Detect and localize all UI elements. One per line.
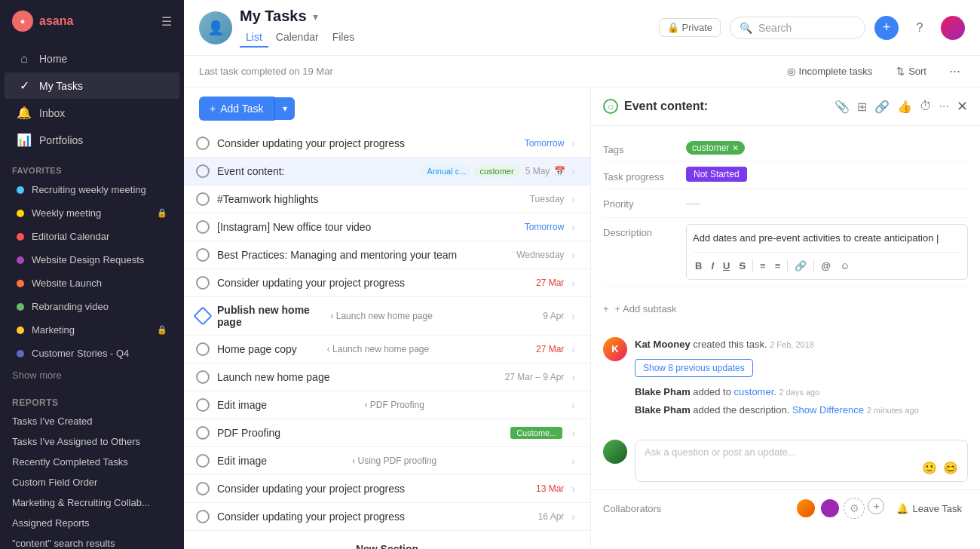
copy-icon[interactable]: ⊞ <box>857 100 867 114</box>
task-check-icon[interactable] <box>196 370 210 384</box>
close-button[interactable]: ✕ <box>957 98 968 115</box>
task-check-icon[interactable] <box>196 136 210 150</box>
show-difference-link[interactable]: Show Difference <box>792 404 864 416</box>
tab-calendar[interactable]: Calendar <box>270 28 325 48</box>
task-check-icon[interactable] <box>196 426 210 440</box>
top-bar: 👤 My Tasks ▾ List Calendar Files 🔒 Priva… <box>184 0 980 56</box>
task-date: 9 Apr <box>543 311 564 321</box>
private-badge[interactable]: 🔒 Private <box>659 18 721 37</box>
add-task-button[interactable]: + Add Task <box>199 97 274 121</box>
task-row[interactable]: Publish new home page ‹ Launch new home … <box>184 297 590 336</box>
tab-files[interactable]: Files <box>326 28 361 48</box>
task-row[interactable]: Consider updating your project progress … <box>184 475 590 503</box>
task-check-icon[interactable] <box>196 398 210 412</box>
tag-remove-icon[interactable]: ✕ <box>732 143 739 153</box>
activity-link[interactable]: customer <box>734 386 774 397</box>
emoji-icon[interactable]: 🙂 <box>922 461 937 475</box>
report-tasks-created[interactable]: Tasks I've Created <box>0 411 184 431</box>
nav-inbox[interactable]: 🔔 Inbox <box>5 100 179 126</box>
sidebar-item-rebranding[interactable]: Rebranding video <box>5 296 179 317</box>
task-check-icon[interactable] <box>196 192 210 206</box>
title-caret-icon[interactable]: ▾ <box>313 11 318 23</box>
like-icon[interactable]: 👍 <box>897 100 912 114</box>
detail-check-icon[interactable]: ○ <box>603 99 618 114</box>
add-subtask-row[interactable]: + + Add subtask <box>591 296 980 322</box>
task-row[interactable]: #Teamwork highlights Tuesday › <box>184 186 590 213</box>
nav-portfolios[interactable]: 📊 Portfolios <box>5 127 179 153</box>
sidebar-item-marketing[interactable]: Marketing 🔒 <box>5 319 179 341</box>
task-check-icon[interactable] <box>196 454 210 468</box>
task-row[interactable]: Edit image ‹ Using PDF proofing › <box>184 447 590 475</box>
emoji-tool[interactable]: ☺ <box>838 259 852 273</box>
add-collaborator-button[interactable]: + <box>868 498 884 514</box>
task-check-icon[interactable] <box>196 482 210 495</box>
task-row[interactable]: Edit image ‹ PDF Proofing › <box>184 391 590 419</box>
task-check-icon[interactable] <box>196 342 210 356</box>
sidebar-item-editorial[interactable]: Editorial Calendar <box>5 225 179 247</box>
task-row[interactable]: Consider updating your project progress … <box>184 130 590 158</box>
progress-badge[interactable]: Not Started <box>686 167 747 182</box>
more-options-button[interactable]: ··· <box>945 62 965 81</box>
show-more-favorites[interactable]: Show more <box>0 365 184 385</box>
task-check-icon[interactable] <box>196 276 210 290</box>
sidebar-item-recruiting[interactable]: Recruiting weekly meeting <box>5 179 179 201</box>
report-recently-completed[interactable]: Recently Completed Tasks <box>0 452 184 472</box>
task-row[interactable]: Launch new home page 27 Mar – 9 Apr › <box>184 363 590 391</box>
task-row[interactable]: Event content: Annual c... customer 5 Ma… <box>184 158 590 186</box>
italic-tool[interactable]: I <box>709 259 716 273</box>
search-box[interactable]: 🔍 Search <box>730 17 865 39</box>
incomplete-tasks-filter[interactable]: ◎ Incomplete tasks <box>781 63 879 80</box>
title-group: My Tasks ▾ List Calendar Files <box>240 8 360 48</box>
hamburger-menu[interactable]: ☰ <box>161 14 172 29</box>
report-content-search[interactable]: "content" search results <box>0 533 184 549</box>
bullet-list-tool[interactable]: ≡ <box>758 259 768 273</box>
task-row[interactable]: [Instagram] New office tour video Tomorr… <box>184 213 590 241</box>
task-row[interactable]: PDF Proofing Custome... › <box>184 419 590 447</box>
mention-tool[interactable]: @ <box>819 259 833 273</box>
task-check-icon[interactable] <box>196 510 210 523</box>
show-updates-button[interactable]: Show 8 previous updates <box>635 359 753 377</box>
task-row[interactable]: Home page copy ‹ Launch new home page 27… <box>184 336 590 363</box>
app-logo[interactable]: ● asana <box>12 11 73 32</box>
task-check-diamond-icon[interactable] <box>193 306 212 325</box>
timer-icon[interactable]: ⏱ <box>920 100 932 113</box>
sidebar-item-website-launch[interactable]: Website Launch <box>5 272 179 294</box>
task-row[interactable]: Consider updating your project progress … <box>184 269 590 297</box>
report-custom-field[interactable]: Custom Field Order <box>0 472 184 492</box>
link-icon[interactable]: 🔗 <box>874 100 890 114</box>
task-check-icon[interactable] <box>196 248 210 262</box>
comment-input[interactable]: Ask a question or post an update... 🙂 😊 <box>635 440 968 482</box>
report-marketing-recruiting[interactable]: Marketing & Recruiting Collab... <box>0 492 184 513</box>
smiley-icon[interactable]: 😊 <box>943 461 958 475</box>
task-check-icon[interactable] <box>196 220 210 234</box>
description-box[interactable]: Add dates and pre-event activities to cr… <box>686 224 968 280</box>
search-placeholder: Search <box>758 22 792 34</box>
leave-task-button[interactable]: 🔔 Leave Task <box>890 500 968 517</box>
more-icon[interactable]: ··· <box>939 100 949 113</box>
report-assigned-others[interactable]: Tasks I've Assigned to Others <box>0 431 184 452</box>
nav-home[interactable]: ⌂ Home <box>5 46 179 72</box>
sidebar-item-customer-stories[interactable]: Customer Stories - Q4 <box>5 342 179 364</box>
attachment-icon[interactable]: 📎 <box>835 100 850 114</box>
link-tool[interactable]: 🔗 <box>792 259 809 273</box>
task-row[interactable]: Best Practices: Managing and mentoring y… <box>184 241 590 269</box>
nav-my-tasks[interactable]: ✓ My Tasks <box>5 72 179 99</box>
task-row[interactable]: Consider updating your project progress … <box>184 503 590 531</box>
sidebar-item-weekly[interactable]: Weekly meeting 🔒 <box>5 202 179 224</box>
user-avatar-small[interactable] <box>941 16 965 40</box>
add-task-dropdown[interactable]: ▾ <box>274 97 295 120</box>
strikethrough-tool[interactable]: S <box>737 259 748 273</box>
nav-my-tasks-label: My Tasks <box>39 80 83 92</box>
add-button[interactable]: + <box>874 16 899 40</box>
report-assigned-reports[interactable]: Assigned Reports <box>0 513 184 533</box>
task-check-icon[interactable] <box>196 164 210 178</box>
sort-filter[interactable]: ⇅ Sort <box>890 63 933 80</box>
underline-tool[interactable]: U <box>721 259 732 273</box>
activity-creator: Kat Mooney <box>635 339 691 350</box>
help-button[interactable]: ? <box>908 16 932 40</box>
numbered-list-tool[interactable]: ≡ <box>773 259 783 273</box>
tab-list[interactable]: List <box>240 28 268 48</box>
bold-tool[interactable]: B <box>693 259 704 273</box>
sidebar-item-website-design[interactable]: Website Design Requests <box>5 249 179 271</box>
tag-customer[interactable]: customer ✕ <box>686 141 745 155</box>
